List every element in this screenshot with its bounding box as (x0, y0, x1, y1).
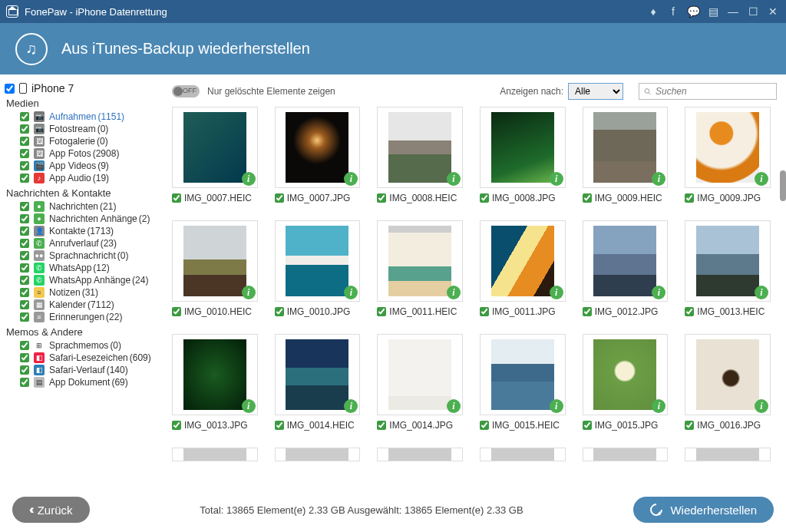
sidebar-item-checkbox[interactable] (20, 161, 29, 170)
thumbnail[interactable]: i IMG_0007.HEIC (172, 107, 258, 203)
search-box[interactable] (639, 83, 777, 100)
sidebar-item[interactable]: 🖼 Fotogalerie (0) (5, 135, 158, 147)
thumbnail-checkbox[interactable] (583, 193, 592, 203)
thumbnail-card[interactable] (275, 448, 361, 461)
sidebar-item[interactable]: ≡ Erinnerungen (22) (5, 311, 158, 323)
thumbnail-checkbox[interactable] (172, 193, 181, 203)
info-icon[interactable]: i (755, 286, 768, 299)
thumbnail-checkbox[interactable] (480, 421, 489, 430)
thumbnail-card[interactable] (480, 448, 566, 461)
thumbnail-checkbox[interactable] (377, 307, 386, 316)
info-icon[interactable]: i (447, 286, 461, 299)
info-icon[interactable]: i (652, 399, 665, 413)
thumbnail[interactable]: i IMG_0007.JPG (275, 107, 361, 203)
sidebar-item-checkbox[interactable] (20, 365, 29, 375)
info-icon[interactable]: i (652, 286, 665, 299)
thumbnail-checkbox[interactable] (172, 307, 181, 316)
thumbnail-checkbox[interactable] (172, 421, 181, 430)
sidebar-item-checkbox[interactable] (20, 263, 29, 273)
thumbnail[interactable]: i IMG_0011.HEIC (377, 220, 463, 317)
sidebar-item-checkbox[interactable] (20, 251, 29, 260)
close-icon[interactable]: ✕ (766, 5, 780, 18)
sidebar-item-checkbox[interactable] (20, 239, 29, 248)
back-button[interactable]: ‹‹ Zurück (12, 497, 90, 523)
info-icon[interactable]: i (447, 399, 461, 413)
sidebar-item-checkbox[interactable] (20, 149, 29, 158)
sidebar-item[interactable]: ● Nachrichten (21) (5, 200, 158, 213)
thumbnail-card[interactable]: i (275, 220, 361, 302)
thumbnail-card[interactable]: i (172, 107, 258, 188)
thumbnail-card[interactable]: i (377, 107, 463, 188)
diamond-icon[interactable]: ♦ (646, 5, 660, 18)
thumbnail-card[interactable] (685, 448, 771, 461)
sidebar-item-checkbox[interactable] (20, 137, 29, 146)
thumbnail[interactable]: i IMG_0011.JPG (480, 220, 566, 317)
maximize-icon[interactable]: ☐ (746, 5, 760, 18)
thumbnail[interactable]: i IMG_0009.HEIC (583, 107, 669, 203)
sidebar-item[interactable]: ▤ App Dokument (69) (5, 376, 158, 388)
thumbnail-card[interactable]: i (275, 107, 361, 188)
info-icon[interactable]: i (447, 172, 461, 186)
thumbnail-checkbox[interactable] (480, 193, 489, 203)
sidebar-item[interactable]: ▦ Kalender (7112) (5, 299, 158, 311)
sidebar-item-checkbox[interactable] (20, 202, 29, 211)
sidebar-item[interactable]: 🖼 App Fotos (2908) (5, 147, 158, 160)
thumbnail[interactable]: i IMG_0014.HEIC (275, 334, 361, 431)
thumbnail-checkbox[interactable] (685, 421, 694, 430)
thumbnail-checkbox[interactable] (275, 193, 284, 203)
deleted-only-switch[interactable]: OFF (172, 85, 200, 97)
sidebar-item-checkbox[interactable] (20, 312, 29, 322)
thumbnail-card[interactable] (172, 448, 258, 461)
sidebar-item[interactable]: ⊞ Sprachmemos (0) (5, 339, 158, 352)
thumbnail[interactable]: i IMG_0014.JPG (377, 334, 463, 431)
info-icon[interactable]: i (344, 172, 358, 186)
thumbnail[interactable] (583, 448, 669, 461)
info-icon[interactable]: i (652, 172, 665, 186)
thumbnail-checkbox[interactable] (583, 307, 592, 316)
thumbnail-checkbox[interactable] (275, 421, 284, 430)
thumbnail-card[interactable]: i (583, 107, 669, 188)
thumbnail[interactable] (275, 448, 361, 461)
sidebar-item-checkbox[interactable] (20, 288, 29, 297)
device-checkbox[interactable] (5, 84, 15, 94)
sidebar-item-checkbox[interactable] (20, 124, 29, 134)
thumbnail[interactable] (480, 448, 566, 461)
info-icon[interactable]: i (344, 286, 358, 299)
sidebar-item[interactable]: ✆ WhatsApp Anhänge (24) (5, 274, 158, 286)
thumbnail-card[interactable]: i (685, 220, 771, 302)
thumbnail-card[interactable] (583, 448, 669, 461)
sidebar-item-checkbox[interactable] (20, 378, 29, 387)
sidebar-item[interactable]: ✆ WhatsApp (12) (5, 262, 158, 274)
thumbnail-card[interactable]: i (172, 220, 258, 302)
info-icon[interactable]: i (755, 172, 768, 186)
sidebar-item-checkbox[interactable] (20, 214, 29, 223)
thumbnail[interactable]: i IMG_0013.HEIC (685, 220, 771, 317)
view-by-select[interactable]: Alle (568, 83, 623, 100)
thumbnail[interactable]: i IMG_0015.JPG (583, 334, 669, 431)
thumbnail[interactable]: i IMG_0008.HEIC (377, 107, 463, 203)
thumbnail[interactable]: i IMG_0010.HEIC (172, 220, 258, 317)
sidebar-item-checkbox[interactable] (20, 173, 29, 183)
thumbnail[interactable]: i IMG_0008.JPG (480, 107, 566, 203)
thumbnail-card[interactable]: i (172, 334, 258, 415)
thumbnail-card[interactable] (377, 448, 463, 461)
sidebar-item-checkbox[interactable] (20, 300, 29, 309)
thumbnail-checkbox[interactable] (480, 307, 489, 316)
sidebar-item[interactable]: 👤 Kontakte (1713) (5, 225, 158, 237)
info-icon[interactable]: i (755, 399, 768, 413)
thumbnail-card[interactable]: i (377, 334, 463, 415)
thumbnail-checkbox[interactable] (377, 421, 386, 430)
restore-button[interactable]: Wiederherstellen (633, 497, 774, 523)
thumbnail[interactable] (685, 448, 771, 461)
sidebar-item[interactable]: 📷 Fotostream (0) (5, 123, 158, 135)
sidebar-item[interactable]: 🎬 App Videos (9) (5, 160, 158, 172)
thumbnail-card[interactable]: i (480, 334, 566, 415)
thumbnail-card[interactable]: i (275, 334, 361, 415)
thumbnail-checkbox[interactable] (377, 193, 386, 203)
thumbnail[interactable] (377, 448, 463, 461)
info-icon[interactable]: i (242, 286, 256, 299)
info-icon[interactable]: i (550, 172, 563, 186)
sidebar-item[interactable]: ≡ Notizen (31) (5, 286, 158, 299)
thumbnail[interactable]: i IMG_0016.JPG (685, 334, 771, 431)
thumbnail-checkbox[interactable] (685, 307, 694, 316)
